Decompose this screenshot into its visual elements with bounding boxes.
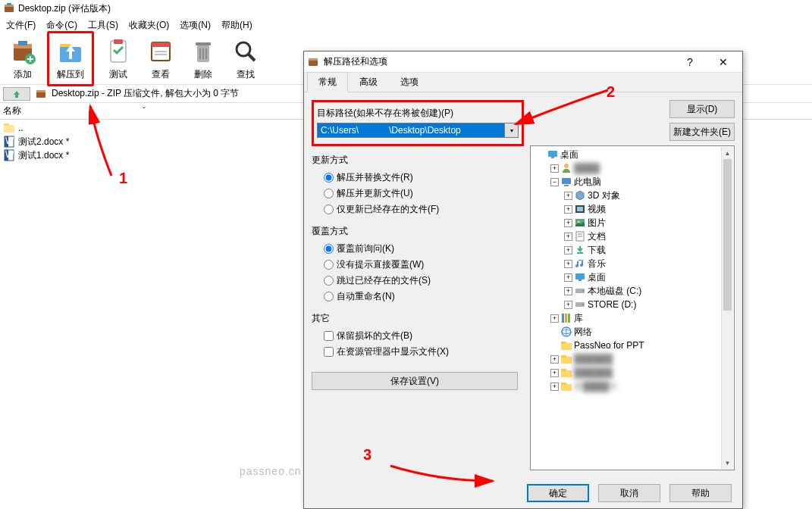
tab-options[interactable]: 选项 — [389, 72, 430, 92]
svg-rect-17 — [196, 42, 211, 45]
overwrite-opt-ask[interactable]: 覆盖前询问(K) — [312, 241, 524, 257]
tab-advanced[interactable]: 高级 — [348, 72, 389, 92]
user-icon — [560, 162, 572, 174]
tree-expander[interactable]: + — [550, 314, 559, 323]
scroll-thumb[interactable] — [723, 159, 732, 311]
destination-path-input[interactable] — [317, 123, 505, 138]
title-bar: Desktop.zip (评估版本) — [0, 0, 812, 17]
tree-expander[interactable]: + — [564, 219, 572, 227]
menu-favorites[interactable]: 收藏夹(O) — [124, 17, 174, 33]
menu-file[interactable]: 文件(F) — [2, 17, 40, 33]
dialog-tabs: 常规 高级 选项 — [304, 73, 742, 92]
scroll-up-icon[interactable]: ▲ — [722, 147, 733, 159]
dialog-help-button[interactable]: ? — [674, 53, 706, 71]
tree-node[interactable]: +██████ — [532, 352, 732, 366]
tree-node[interactable]: +本地磁盘 (C:) — [532, 284, 732, 298]
column-name: 名称 — [3, 105, 97, 117]
test-button[interactable]: 测试 — [100, 35, 136, 83]
path-dropdown-button[interactable]: ▾ — [505, 123, 519, 138]
find-button[interactable]: 查找 — [227, 35, 264, 83]
tree-expander[interactable]: + — [550, 383, 559, 391]
tree-node[interactable]: +下载 — [532, 243, 732, 257]
dialog-right-panel: 显示(D) 新建文件夹(E) 桌面+████−此电脑+3D 对象+视频+图片+文… — [530, 100, 735, 470]
save-settings-button[interactable]: 保存设置(V) — [312, 372, 518, 390]
tree-expander[interactable]: + — [564, 246, 572, 254]
up-button[interactable] — [3, 87, 30, 101]
tree-node[interactable]: +新████夹 — [532, 379, 732, 393]
path-label: 目标路径(如果不存在将被创建)(P) — [317, 107, 519, 120]
misc-opt-keepbroken[interactable]: 保留损坏的文件(B) — [312, 328, 524, 344]
svg-point-21 — [237, 42, 250, 56]
tree-node[interactable]: +桌面 — [532, 270, 732, 284]
tree-node[interactable]: +██████ — [532, 366, 732, 379]
tree-node[interactable]: +STORE (D:) — [532, 298, 732, 311]
tab-general[interactable]: 常规 — [307, 72, 348, 92]
tree-node[interactable]: 桌面 — [532, 148, 732, 161]
overwrite-opt-silent[interactable]: 没有提示直接覆盖(W) — [312, 257, 524, 273]
tree-node[interactable]: −此电脑 — [532, 175, 732, 189]
find-icon — [230, 36, 261, 67]
svg-rect-24 — [36, 90, 45, 92]
new-folder-button[interactable]: 新建文件夹(E) — [669, 123, 735, 141]
annotation-number-1: 1 — [119, 170, 127, 187]
tree-label: 文档 — [588, 230, 606, 243]
tree-expander[interactable]: + — [550, 164, 559, 173]
winrar-icon — [307, 56, 319, 68]
misc-opt-showexplorer[interactable]: 在资源管理器中显示文件(X) — [312, 344, 524, 360]
dialog-left-panel: 目标路径(如果不存在将被创建)(P) ▾ 更新方式 解压并替换文件(R) 解压并… — [312, 100, 524, 470]
svg-rect-63 — [561, 355, 566, 358]
update-opt-freshen[interactable]: 仅更新已经存在的文件(F) — [312, 201, 524, 217]
tree-node[interactable]: PassNeo for PPT — [532, 339, 732, 352]
tree-expander[interactable]: + — [564, 233, 572, 241]
dialog-close-button[interactable]: ✕ — [707, 53, 739, 71]
overwrite-opt-rename[interactable]: 自动重命名(N) — [312, 289, 524, 304]
cancel-button[interactable]: 取消 — [598, 484, 660, 502]
dialog-title: 解压路径和选项 — [324, 55, 387, 68]
svg-rect-36 — [551, 157, 554, 158]
add-button[interactable]: 添加 — [5, 35, 41, 83]
misc-title: 其它 — [312, 312, 524, 325]
tree-scrollbar[interactable]: ▲ ▼ — [721, 147, 733, 469]
overwrite-opt-skip[interactable]: 跳过已经存在的文件(S) — [312, 273, 524, 289]
svg-line-22 — [249, 55, 255, 61]
scroll-down-icon[interactable]: ▼ — [722, 457, 733, 469]
tree-node[interactable]: +视频 — [532, 202, 732, 216]
help-button[interactable]: 帮助 — [669, 484, 732, 502]
tree-expander[interactable]: + — [564, 287, 572, 295]
svg-rect-11 — [114, 39, 123, 44]
tree-node[interactable]: +音乐 — [532, 257, 732, 270]
tree-expander[interactable]: + — [564, 301, 572, 309]
display-button[interactable]: 显示(D) — [669, 100, 735, 118]
svg-rect-2 — [7, 3, 11, 5]
tree-node[interactable]: +████ — [532, 161, 732, 175]
delete-button[interactable]: 删除 — [185, 35, 221, 83]
extract-to-button[interactable]: 解压到 — [47, 31, 94, 86]
folder-tree[interactable]: 桌面+████−此电脑+3D 对象+视频+图片+文档+下载+音乐+桌面+本地磁盘… — [530, 145, 735, 470]
update-opt-replace[interactable]: 解压并替换文件(R) — [312, 170, 524, 186]
dialog-footer: 确定 取消 帮助 — [304, 478, 742, 508]
tree-expander[interactable]: + — [564, 273, 572, 282]
tree-node[interactable]: +3D 对象 — [532, 189, 732, 202]
tree-expander[interactable]: − — [550, 178, 559, 186]
menu-help[interactable]: 帮助(H) — [217, 17, 257, 33]
video-icon — [574, 203, 586, 215]
tree-node[interactable]: +库 — [532, 311, 732, 325]
svg-rect-60 — [561, 343, 572, 350]
tree-expander[interactable]: + — [550, 355, 559, 364]
folder-up-icon — [3, 122, 15, 134]
tree-node[interactable]: +图片 — [532, 216, 732, 230]
tree-node[interactable]: +文档 — [532, 230, 732, 243]
tree-expander[interactable]: + — [564, 205, 572, 214]
view-button[interactable]: 查看 — [143, 35, 179, 83]
tree-expander[interactable]: + — [564, 260, 572, 268]
annotation-number-3: 3 — [363, 446, 372, 464]
tree-node[interactable]: 网络 — [532, 325, 732, 339]
tree-label: 网络 — [574, 326, 592, 339]
svg-rect-67 — [561, 383, 566, 385]
svg-text:W: W — [5, 149, 14, 160]
tree-expander[interactable]: + — [564, 192, 572, 200]
menu-options[interactable]: 选项(N) — [175, 17, 215, 33]
ok-button[interactable]: 确定 — [527, 484, 589, 502]
update-opt-update[interactable]: 解压并更新文件(U) — [312, 186, 524, 201]
tree-expander[interactable]: + — [550, 369, 559, 377]
